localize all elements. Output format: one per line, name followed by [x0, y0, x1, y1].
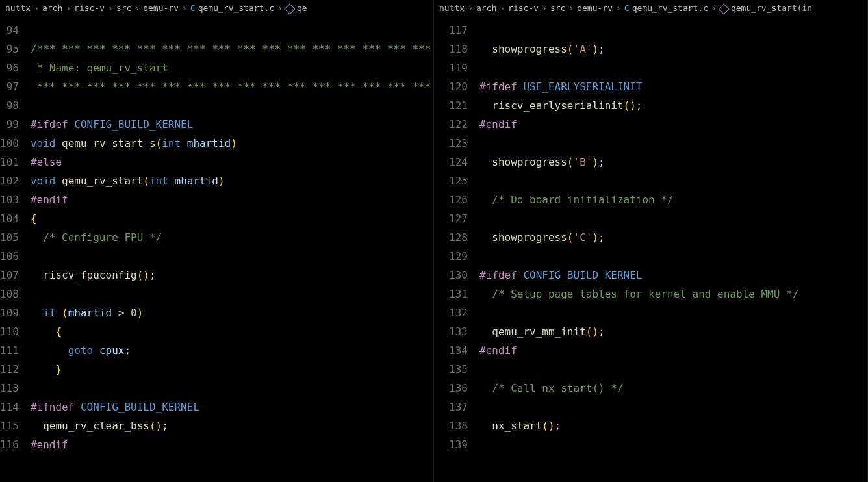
- line-number: 97: [0, 77, 19, 96]
- line-number: 129: [434, 247, 468, 266]
- crumb[interactable]: src: [116, 1, 131, 16]
- line-number: 103: [0, 190, 19, 209]
- code-line[interactable]: * Name: qemu_rv_start: [31, 58, 433, 77]
- crumb[interactable]: nuttx: [5, 1, 31, 16]
- code-line[interactable]: riscv_earlyserialinit();: [479, 96, 867, 115]
- breadcrumb-right[interactable]: nuttx› arch› risc-v› src› qemu-rv› C qem…: [434, 0, 867, 17]
- code-line[interactable]: if (mhartid > 0): [31, 303, 433, 322]
- line-number: 118: [434, 40, 468, 58]
- code-editor-right[interactable]: 1171181191201211221231241251261271281291…: [434, 17, 867, 482]
- code-editor-left[interactable]: 9495969798991001011021031041051061071081…: [0, 17, 433, 482]
- code-line[interactable]: #ifdef USE_EARLYSERIALINIT: [479, 77, 867, 96]
- line-number: 117: [434, 21, 468, 40]
- code-line[interactable]: qemu_rv_clear_bss();: [31, 416, 433, 435]
- code-line[interactable]: #ifndef CONFIG_BUILD_KERNEL: [31, 398, 433, 416]
- breadcrumb-left[interactable]: nuttx› arch› risc-v› src› qemu-rv› C qem…: [0, 0, 433, 17]
- line-number: 114: [0, 398, 19, 416]
- line-number: 105: [0, 228, 19, 247]
- crumb[interactable]: src: [550, 1, 565, 16]
- crumb[interactable]: arch: [42, 1, 62, 16]
- crumb[interactable]: arch: [476, 1, 496, 16]
- code-line[interactable]: [31, 96, 433, 115]
- code-line[interactable]: void qemu_rv_start(int mhartid): [31, 171, 433, 190]
- code-line[interactable]: /* Setup page tables for kernel and enab…: [479, 285, 867, 303]
- code-line[interactable]: [479, 134, 867, 153]
- code-line[interactable]: qemu_rv_mm_init();: [479, 322, 867, 341]
- crumb[interactable]: qemu-rv: [143, 1, 179, 16]
- line-number: 94: [0, 21, 19, 40]
- line-number: 116: [0, 435, 19, 454]
- line-number: 96: [0, 58, 19, 77]
- code-line[interactable]: riscv_fpuconfig();: [31, 266, 433, 285]
- code-line[interactable]: goto cpux;: [31, 341, 433, 360]
- code-line[interactable]: /* Do board initialization */: [479, 190, 867, 209]
- crumb-file[interactable]: qemu_rv_start.c: [632, 1, 708, 16]
- chevron-right-icon: ›: [500, 1, 505, 16]
- code-line[interactable]: #ifdef CONFIG_BUILD_KERNEL: [479, 266, 867, 285]
- line-number: 99: [0, 115, 19, 134]
- line-number: 113: [0, 379, 19, 398]
- code-line[interactable]: *** *** *** *** *** *** *** *** *** *** …: [31, 77, 433, 96]
- crumb[interactable]: risc-v: [74, 1, 105, 16]
- code-line[interactable]: {: [31, 209, 433, 228]
- code-line[interactable]: [479, 171, 867, 190]
- code-line[interactable]: [479, 209, 867, 228]
- crumb-file[interactable]: qemu_rv_start.c: [198, 1, 274, 16]
- code-line[interactable]: [31, 285, 433, 303]
- code-line[interactable]: /* Configure FPU */: [31, 228, 433, 247]
- chevron-right-icon: ›: [568, 1, 574, 16]
- code-line[interactable]: [479, 247, 867, 266]
- line-number: 98: [0, 96, 19, 115]
- crumb-symbol[interactable]: qemu_rv_start(in: [731, 1, 812, 16]
- code-line[interactable]: /* Call nx_start() */: [479, 379, 867, 398]
- line-number: 107: [0, 266, 19, 285]
- code-line[interactable]: #else: [31, 153, 433, 171]
- code-line[interactable]: #ifdef CONFIG_BUILD_KERNEL: [31, 115, 433, 134]
- line-gutter: 1171181191201211221231241251261271281291…: [434, 17, 479, 482]
- chevron-right-icon: ›: [277, 1, 283, 16]
- code-line[interactable]: [479, 398, 867, 416]
- code-line[interactable]: /*** *** *** *** *** *** *** *** *** ***…: [31, 40, 433, 58]
- code-line[interactable]: nx_start();: [479, 416, 867, 435]
- code-line[interactable]: #endif: [479, 115, 867, 134]
- code-line[interactable]: [479, 58, 867, 77]
- code-line[interactable]: [31, 247, 433, 266]
- code-line[interactable]: showprogress('A');: [479, 40, 867, 58]
- code-line[interactable]: #endif: [479, 341, 867, 360]
- code-line[interactable]: void qemu_rv_start_s(int mhartid): [31, 134, 433, 153]
- line-number: 95: [0, 40, 19, 58]
- code-line[interactable]: [479, 303, 867, 322]
- code-area[interactable]: showprogress('A');#ifdef USE_EARLYSERIAL…: [479, 17, 867, 482]
- code-line[interactable]: [479, 435, 867, 454]
- crumb[interactable]: risc-v: [508, 1, 539, 16]
- code-line[interactable]: showprogress('B');: [479, 153, 867, 171]
- code-line[interactable]: #endif: [31, 190, 433, 209]
- chevron-right-icon: ›: [108, 1, 113, 16]
- crumb[interactable]: qemu-rv: [577, 1, 613, 16]
- crumb-symbol[interactable]: qe: [297, 1, 307, 16]
- code-line[interactable]: [479, 21, 867, 40]
- chevron-right-icon: ›: [134, 1, 140, 16]
- line-number: 112: [0, 360, 19, 379]
- code-line[interactable]: {: [31, 322, 433, 341]
- line-number: 133: [434, 322, 468, 341]
- code-line[interactable]: [479, 360, 867, 379]
- editor-pane-right: nuttx› arch› risc-v› src› qemu-rv› C qem…: [434, 0, 868, 482]
- line-number: 137: [434, 398, 468, 416]
- line-number: 109: [0, 303, 19, 322]
- line-number: 134: [434, 341, 468, 360]
- code-line[interactable]: [31, 379, 433, 398]
- code-area[interactable]: /*** *** *** *** *** *** *** *** *** ***…: [31, 17, 433, 482]
- code-line[interactable]: [31, 21, 433, 40]
- code-line[interactable]: #endif: [31, 435, 433, 454]
- chevron-right-icon: ›: [616, 1, 621, 16]
- chevron-right-icon: ›: [34, 1, 39, 16]
- code-line[interactable]: showprogress('C');: [479, 228, 867, 247]
- chevron-right-icon: ›: [66, 1, 71, 16]
- line-number: 131: [434, 285, 468, 303]
- crumb[interactable]: nuttx: [439, 1, 465, 16]
- code-line[interactable]: }: [31, 360, 433, 379]
- line-number: 120: [434, 77, 468, 96]
- c-file-icon: C: [190, 1, 196, 16]
- line-number: 128: [434, 228, 468, 247]
